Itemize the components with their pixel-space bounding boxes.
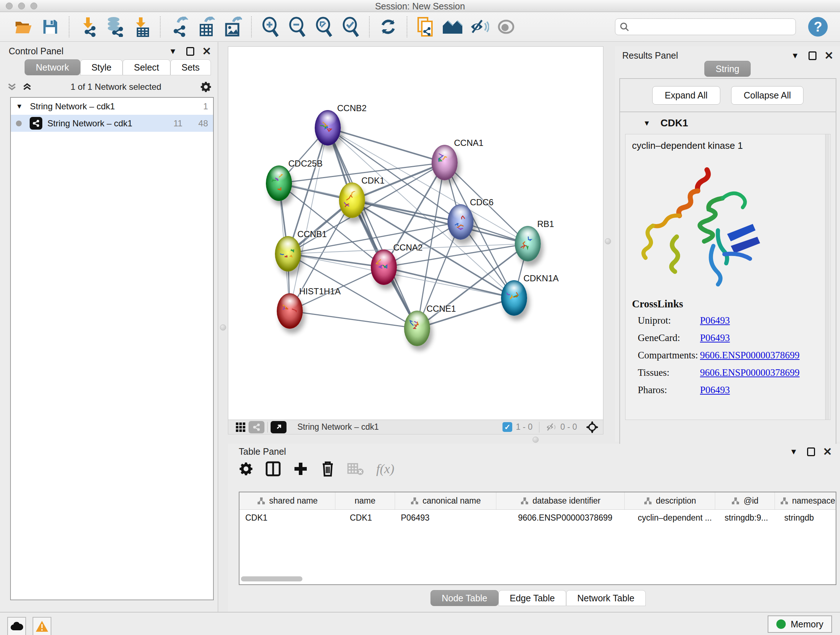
expand-all-button[interactable]: Expand All: [652, 86, 720, 105]
right-splitter-handle[interactable]: [605, 238, 611, 244]
birdseye-grid-button[interactable]: [233, 421, 248, 433]
zoom-selected-button[interactable]: [339, 16, 362, 38]
network-edge[interactable]: [290, 128, 328, 311]
cell-database-identifier[interactable]: 9606.ENSP00000378699: [496, 510, 625, 526]
crosslink-link[interactable]: P06493: [700, 315, 730, 326]
results-panel-menu-icon[interactable]: ▼: [791, 51, 799, 60]
control-panel-float-icon[interactable]: [186, 47, 194, 56]
collapse-all-button[interactable]: Collapse All: [731, 86, 804, 105]
export-table-button[interactable]: [195, 16, 217, 38]
network-node-ccnb1[interactable]: [275, 236, 301, 272]
table-row[interactable]: CDK1 CDK1 P06493 9606.ENSP00000378699 cy…: [240, 510, 836, 526]
cell-canonical-name[interactable]: P06493: [395, 510, 496, 526]
help-button[interactable]: ?: [808, 17, 828, 36]
show-columns-icon[interactable]: [265, 461, 281, 477]
left-splitter-handle[interactable]: [220, 325, 226, 331]
network-edge[interactable]: [384, 267, 514, 298]
import-network-file-button[interactable]: [77, 16, 99, 38]
crosslink-link[interactable]: P06493: [700, 385, 730, 396]
network-share-button[interactable]: [248, 421, 264, 433]
export-image-button[interactable]: [221, 16, 244, 38]
network-node-cdc25b[interactable]: [266, 165, 292, 201]
import-network-database-button[interactable]: [103, 16, 126, 38]
control-panel-close-icon[interactable]: ✕: [202, 45, 211, 57]
column-header-description[interactable]: description: [625, 492, 715, 509]
tab-node-table[interactable]: Node Table: [431, 590, 499, 606]
selected-checkbox-icon[interactable]: ✓: [502, 422, 512, 432]
cell-namespace[interactable]: stringdb: [775, 510, 836, 526]
zoom-fit-button[interactable]: [313, 16, 335, 38]
network-node-hist1h1a[interactable]: [277, 293, 303, 329]
zoom-out-button[interactable]: [286, 16, 308, 38]
crosslink-link[interactable]: P06493: [700, 333, 730, 344]
network-node-ccnb2[interactable]: [315, 110, 341, 146]
column-header-database-identifier[interactable]: database identifier: [496, 492, 625, 509]
table-panel-menu-icon[interactable]: ▼: [790, 447, 798, 456]
collection-expander-icon[interactable]: ▼: [16, 103, 23, 111]
network-edge[interactable]: [328, 128, 445, 163]
memory-button[interactable]: Memory: [767, 616, 832, 633]
table-panel-close-icon[interactable]: ✕: [823, 445, 832, 458]
bottom-splitter-handle[interactable]: [532, 437, 538, 443]
expand-all-icon[interactable]: [22, 82, 32, 91]
network-node-cdc6[interactable]: [447, 204, 474, 240]
hide-glass-button[interactable]: [468, 16, 491, 38]
export-network-button[interactable]: [168, 16, 190, 38]
show-glass-button[interactable]: [495, 16, 517, 38]
results-scrollbar[interactable]: [825, 134, 829, 420]
zoom-in-button[interactable]: [259, 16, 281, 38]
cloud-status-button[interactable]: [7, 617, 26, 635]
table-gear-icon[interactable]: [239, 462, 253, 476]
search-input[interactable]: [629, 22, 791, 32]
crosshair-icon[interactable]: [586, 421, 599, 434]
string-home-button[interactable]: [441, 16, 464, 38]
crosslink-link[interactable]: 9606.ENSP00000378699: [700, 350, 799, 361]
column-header-name[interactable]: name: [335, 492, 395, 509]
cell-id[interactable]: stringdb:9...: [715, 510, 775, 526]
network-row[interactable]: String Network – cdk1 11 48: [11, 115, 213, 132]
add-column-icon[interactable]: [293, 461, 308, 477]
network-node-ccna2[interactable]: [371, 249, 397, 285]
copy-network-button[interactable]: [415, 16, 437, 38]
cell-name[interactable]: CDK1: [335, 510, 395, 526]
network-node-cdkn1a[interactable]: [501, 280, 527, 316]
protein-expander-icon[interactable]: ▼: [643, 119, 651, 127]
network-collection-row[interactable]: ▼ String Network – cdk1 1: [11, 98, 213, 115]
column-header-namespace[interactable]: namespace: [775, 492, 836, 509]
tab-network[interactable]: Network: [25, 59, 80, 75]
control-panel-menu-icon[interactable]: ▼: [169, 47, 177, 56]
tab-string[interactable]: String: [704, 61, 750, 77]
column-header-canonical-name[interactable]: canonical name: [395, 492, 496, 509]
table-panel-float-icon[interactable]: [807, 448, 815, 456]
network-node-rb1[interactable]: [515, 226, 541, 261]
column-header-id[interactable]: @id: [715, 492, 775, 509]
apply-layout-button[interactable]: [377, 16, 399, 38]
results-panel-float-icon[interactable]: [808, 51, 816, 60]
import-table-file-button[interactable]: [130, 16, 153, 38]
table-horizontal-scrollbar[interactable]: [241, 576, 834, 582]
open-session-button[interactable]: [12, 16, 35, 38]
warnings-button[interactable]: [33, 617, 51, 635]
network-edge[interactable]: [328, 128, 417, 328]
network-view-canvas[interactable]: CCNB2CCNA1CDC25BCDK1CDC6RB1CCNB1CCNA2CDK…: [228, 46, 603, 420]
cell-shared-name[interactable]: CDK1: [240, 510, 335, 526]
save-session-button[interactable]: [39, 16, 62, 38]
network-node-cdk1[interactable]: [339, 182, 365, 218]
cell-description[interactable]: cyclin–dependent ...: [625, 510, 715, 526]
network-edge[interactable]: [290, 311, 417, 328]
collapse-all-icon[interactable]: [7, 82, 17, 91]
tab-style[interactable]: Style: [80, 59, 123, 75]
results-panel-close-icon[interactable]: ✕: [824, 49, 834, 62]
crosslink-link[interactable]: 9606.ENSP00000378699: [700, 367, 799, 378]
tab-network-table[interactable]: Network Table: [566, 590, 646, 606]
toolbar-search[interactable]: [615, 19, 796, 35]
open-in-browser-button[interactable]: [271, 421, 286, 433]
network-node-ccna1[interactable]: [431, 145, 458, 180]
delete-column-icon[interactable]: [321, 461, 335, 477]
tab-select[interactable]: Select: [123, 59, 170, 75]
network-node-ccne1[interactable]: [404, 310, 430, 346]
tab-sets[interactable]: Sets: [171, 59, 211, 75]
column-header-shared-name[interactable]: shared name: [240, 492, 335, 509]
gear-icon[interactable]: [200, 81, 212, 93]
tab-edge-table[interactable]: Edge Table: [499, 590, 566, 606]
